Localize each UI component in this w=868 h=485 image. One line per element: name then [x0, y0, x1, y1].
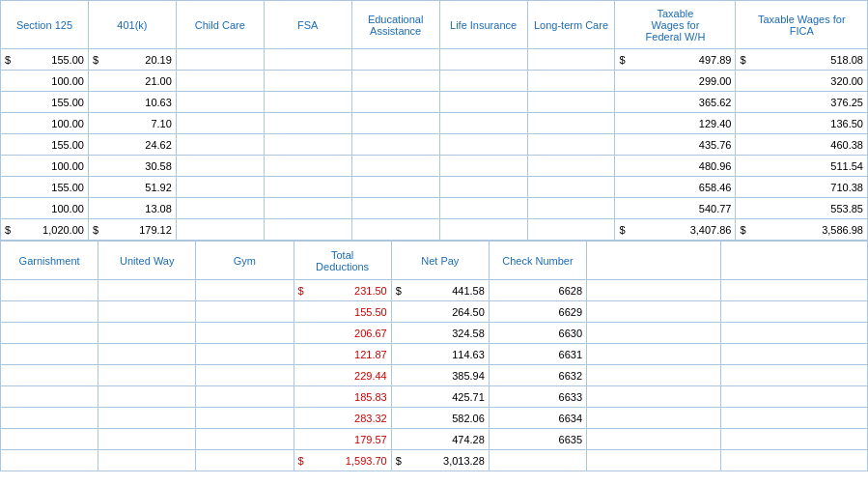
table-cell [351, 198, 439, 219]
table-cell: 13.08 [88, 198, 176, 219]
table-cell: 155.00 [1, 92, 89, 113]
table-cell [351, 177, 439, 198]
table-cell: $3,586.98 [736, 219, 868, 241]
col-header-taxable-fw: TaxableWages forFederal W/H [615, 1, 736, 49]
table-cell [176, 71, 264, 92]
table-cell: 6630 [489, 323, 586, 344]
table-cell [439, 92, 527, 113]
table-cell [1, 301, 98, 323]
table-row: 185.83425.716633 [1, 386, 868, 408]
table-cell [527, 92, 615, 113]
table-cell: 114.63 [391, 344, 489, 365]
table-cell [98, 386, 196, 408]
table-cell [264, 71, 351, 92]
table-cell: 136.50 [736, 113, 868, 134]
col-header-childcare: Child Care [176, 1, 264, 49]
col-header-401k: 401(k) [88, 1, 176, 49]
table-cell: 320.00 [736, 71, 868, 92]
table-cell [98, 408, 196, 429]
table-cell [196, 429, 294, 450]
col-header-unitedway: United Way [98, 242, 196, 280]
table-cell: 7.10 [88, 113, 176, 134]
table-cell [587, 323, 721, 344]
table-cell: $3,407.86 [615, 219, 736, 241]
table-cell [196, 280, 294, 301]
table-cell: 6635 [489, 429, 586, 450]
table-cell [439, 49, 527, 71]
table-cell: 100.00 [1, 198, 89, 219]
table-cell [527, 177, 615, 198]
table-cell [351, 71, 439, 92]
col-header-empty2 [721, 242, 868, 280]
table-cell [1, 280, 98, 301]
table-cell: 30.58 [88, 156, 176, 177]
table-cell [527, 49, 615, 71]
table-cell [1, 323, 98, 344]
table-cell [176, 219, 264, 241]
table-cell: $1,020.00 [1, 219, 89, 241]
table-cell [176, 177, 264, 198]
table-cell [351, 156, 439, 177]
table-cell [489, 450, 586, 471]
table-cell: 155.00 [1, 134, 89, 156]
table-cell [264, 113, 351, 134]
bottom-data-body: $231.50$441.586628155.50264.506629206.67… [1, 280, 868, 471]
table-cell [439, 113, 527, 134]
table-row: $1,020.00$179.12$3,407.86$3,586.98 [1, 219, 868, 241]
table-cell: $441.58 [391, 280, 489, 301]
table-cell: 206.67 [294, 323, 391, 344]
table-cell [439, 219, 527, 241]
table-cell [587, 450, 721, 471]
main-table-wrapper: Section 125 401(k) Child Care FSA Educat… [0, 0, 868, 471]
table-cell: 324.58 [391, 323, 489, 344]
table-cell: 540.77 [615, 198, 736, 219]
table-cell [527, 156, 615, 177]
payroll-table: Section 125 401(k) Child Care FSA Educat… [0, 0, 868, 241]
table-cell [264, 219, 351, 241]
table-cell: 658.46 [615, 177, 736, 198]
table-cell [196, 344, 294, 365]
table-cell [264, 134, 351, 156]
table-row: $155.00$20.19$497.89$518.08 [1, 49, 868, 71]
col-header-netpay: Net Pay [391, 242, 489, 280]
table-cell: 100.00 [1, 113, 89, 134]
table-cell: 582.06 [391, 408, 489, 429]
table-cell: 100.00 [1, 156, 89, 177]
table-row: 100.0021.00299.00320.00 [1, 71, 868, 92]
table-row: 283.32582.066634 [1, 408, 868, 429]
table-cell [351, 134, 439, 156]
table-cell: 474.28 [391, 429, 489, 450]
table-cell [351, 113, 439, 134]
table-cell [1, 429, 98, 450]
table-cell [439, 198, 527, 219]
table-cell [264, 177, 351, 198]
table-cell [587, 301, 721, 323]
table-cell [721, 408, 868, 429]
table-cell [587, 280, 721, 301]
table-cell [351, 49, 439, 71]
table-cell [439, 177, 527, 198]
table-cell: 6633 [489, 386, 586, 408]
table-cell [1, 365, 98, 386]
table-row: 100.0030.58480.96511.54 [1, 156, 868, 177]
table-cell: 283.32 [294, 408, 391, 429]
table-row: 121.87114.636631 [1, 344, 868, 365]
table-cell [98, 429, 196, 450]
table-cell [527, 219, 615, 241]
table-cell [98, 365, 196, 386]
table-cell [176, 198, 264, 219]
table-row: 206.67324.586630 [1, 323, 868, 344]
table-cell: 553.85 [736, 198, 868, 219]
table-cell: 480.96 [615, 156, 736, 177]
table-row: 179.57474.286635 [1, 429, 868, 450]
table-cell [721, 301, 868, 323]
table-cell: 155.50 [294, 301, 391, 323]
table-cell: 229.44 [294, 365, 391, 386]
table-cell [587, 386, 721, 408]
table-cell: 425.71 [391, 386, 489, 408]
col-header-garnishment: Garnishment [1, 242, 98, 280]
table-cell: 435.76 [615, 134, 736, 156]
table-cell: 6628 [489, 280, 586, 301]
table-cell [587, 408, 721, 429]
table-cell [527, 113, 615, 134]
